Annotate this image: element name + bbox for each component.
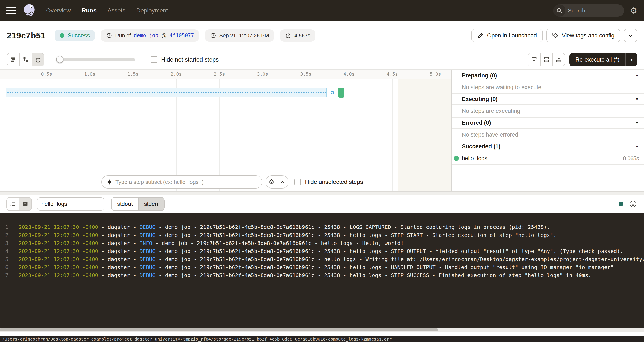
- log-line: 52023-09-21 12:07:30 -0400 - dagster - D…: [0, 255, 644, 263]
- nav-item-deployment[interactable]: Deployment: [136, 7, 168, 14]
- panel-section-header[interactable]: Preparing (0)▾: [452, 70, 644, 81]
- section-collapse-caret-icon[interactable]: ▾: [636, 96, 638, 102]
- log-horizontal-scrollbar[interactable]: [0, 328, 644, 332]
- search-input[interactable]: [565, 8, 624, 14]
- chevron-up-icon[interactable]: [277, 176, 288, 188]
- panel-step-row[interactable]: hello_logs0.065s: [452, 152, 644, 165]
- axis-tick: 4.0s: [343, 72, 354, 77]
- log-line-text: 2023-09-21 12:07:30 -0400 - dagster - DE…: [18, 263, 614, 272]
- history-icon: [106, 32, 112, 39]
- panel-section-header[interactable]: Succeeded (1)▾: [452, 141, 644, 152]
- structured-log-view-icon[interactable]: [7, 198, 19, 210]
- log-line-number: 7: [0, 272, 8, 280]
- axis-tick: 3.5s: [300, 72, 312, 77]
- panel-section-header[interactable]: Errored (0)▾: [452, 118, 644, 128]
- hide-unselected-checkbox[interactable]: [294, 178, 301, 185]
- run-of-tag: Run of demo_job @ 4f105077: [101, 30, 199, 42]
- gantt-zoom-slider[interactable]: [57, 58, 135, 61]
- gridline: [392, 79, 392, 191]
- raw-log-view-icon[interactable]: [19, 198, 31, 210]
- settings-gear-icon[interactable]: ⚙: [630, 6, 637, 14]
- section-title: Succeeded (1): [462, 143, 500, 150]
- axis-tick: 0.5s: [41, 72, 52, 77]
- axis-tick: 2.5s: [214, 72, 225, 77]
- split-panel-icon[interactable]: [540, 53, 552, 66]
- section-title: Executing (0): [462, 96, 498, 102]
- timed-view-icon[interactable]: [32, 53, 44, 66]
- axis-tick: 1.5s: [127, 72, 138, 77]
- section-collapse-caret-icon[interactable]: ▾: [636, 144, 638, 149]
- step-duration: 0.065s: [623, 155, 639, 162]
- panel-empty-row: No steps are waiting to execute: [452, 81, 644, 94]
- axis-tick: 5.0s: [430, 72, 441, 77]
- top-nav: Overview Runs Assets Deployment / ⚙: [0, 0, 644, 21]
- reexecute-dropdown-caret[interactable]: ▾: [626, 53, 637, 66]
- log-line-text: 2023-09-21 12:07:30 -0400 - dagster - DE…: [18, 272, 591, 280]
- header-more-actions-button[interactable]: [624, 29, 637, 42]
- log-line-number: 6: [0, 263, 8, 272]
- log-step-filter-input[interactable]: [37, 198, 104, 210]
- section-title: Preparing (0): [462, 72, 497, 79]
- log-line: 72023-09-21 12:07:30 -0400 - dagster - D…: [0, 272, 644, 280]
- axis-tick: 2.0s: [170, 72, 182, 77]
- time-axis: 0.5s1.0s1.5s2.0s2.5s3.0s3.5s4.0s4.5s5.0s: [0, 70, 451, 79]
- status-badge: Success: [55, 30, 95, 42]
- step-success-dot-icon: [454, 156, 459, 161]
- axis-tick: 1.0s: [84, 72, 95, 77]
- section-collapse-caret-icon[interactable]: ▾: [636, 73, 638, 78]
- panel-empty-row: No steps have errored: [452, 128, 644, 141]
- step-subset-input[interactable]: [116, 179, 258, 185]
- pane-splitter[interactable]: [0, 191, 644, 195]
- graph-query-controls: [266, 176, 288, 188]
- nav-item-runs[interactable]: Runs: [82, 7, 96, 14]
- run-id: 219c7b51: [7, 31, 46, 40]
- slider-knob[interactable]: [56, 56, 64, 63]
- download-log-icon[interactable]: [629, 200, 637, 208]
- scrollbar-thumb[interactable]: [0, 328, 438, 332]
- stopwatch-icon: [285, 32, 291, 39]
- section-collapse-caret-icon[interactable]: ▾: [636, 120, 638, 125]
- axis-tick: 3.0s: [257, 72, 268, 77]
- dagster-logo-icon[interactable]: [22, 4, 37, 18]
- log-line-text: 2023-09-21 12:07:30 -0400 - dagster - DE…: [18, 231, 556, 239]
- after-run-shaded-region: [398, 79, 451, 191]
- gantt-region: 0.5s1.0s1.5s2.0s2.5s3.0s3.5s4.0s4.5s5.0s: [0, 70, 644, 191]
- step-subset-field[interactable]: [102, 176, 262, 188]
- log-file-path-statusbar: /Users/erincochran/Desktop/dagster-examp…: [0, 336, 644, 342]
- open-in-launchpad-button[interactable]: Open in Launchpad: [472, 29, 543, 42]
- dependency-dotted-line: [7, 92, 326, 93]
- expand-panel-icon[interactable]: [552, 53, 565, 66]
- panel-section-header[interactable]: Executing (0)▾: [452, 94, 644, 105]
- job-link[interactable]: demo_job: [134, 32, 158, 38]
- op-selector-icon: [106, 179, 112, 185]
- global-search[interactable]: /: [553, 4, 624, 17]
- tab-stderr[interactable]: stderr: [138, 198, 164, 210]
- layers-icon[interactable]: [266, 176, 277, 188]
- tab-stdout[interactable]: stdout: [112, 198, 138, 210]
- flat-view-icon[interactable]: [7, 53, 20, 66]
- nav-item-overview[interactable]: Overview: [46, 7, 71, 14]
- step-name: hello_logs: [462, 155, 488, 162]
- duration-tag: 4.567s: [280, 30, 315, 42]
- gantt-step-bar-hello-logs[interactable]: [338, 88, 344, 98]
- log-line-number: 1: [0, 223, 8, 231]
- view-tags-config-button[interactable]: View tags and config: [546, 29, 620, 42]
- snapshot-link[interactable]: 4f105077: [170, 32, 194, 38]
- gantt-toolbar: Hide not started steps Re-execute all (*…: [0, 50, 644, 70]
- log-line: 12023-09-21 12:07:30 -0400 - dagster - D…: [0, 223, 644, 231]
- empty-message: No steps are waiting to execute: [462, 84, 542, 91]
- raw-log-output[interactable]: 12023-09-21 12:07:30 -0400 - dagster - D…: [0, 213, 644, 328]
- hide-not-started-checkbox[interactable]: [150, 56, 157, 63]
- hide-unselected-row: Hide unselected steps: [294, 178, 363, 185]
- gantt-chart-body: Hide unselected steps: [0, 79, 451, 191]
- nav-item-assets[interactable]: Assets: [108, 7, 125, 14]
- reexecute-all-button[interactable]: Re-execute all (*) ▾: [569, 53, 637, 66]
- waterfall-view-icon[interactable]: [20, 53, 32, 66]
- run-row-highlight: [6, 88, 327, 97]
- log-status-dot-icon: [619, 202, 623, 206]
- collapse-panel-icon[interactable]: [528, 53, 540, 66]
- search-icon: [553, 4, 565, 17]
- log-line-number: 3: [0, 239, 8, 247]
- log-view-mode-group: [6, 197, 32, 211]
- hamburger-menu-icon[interactable]: [6, 7, 16, 14]
